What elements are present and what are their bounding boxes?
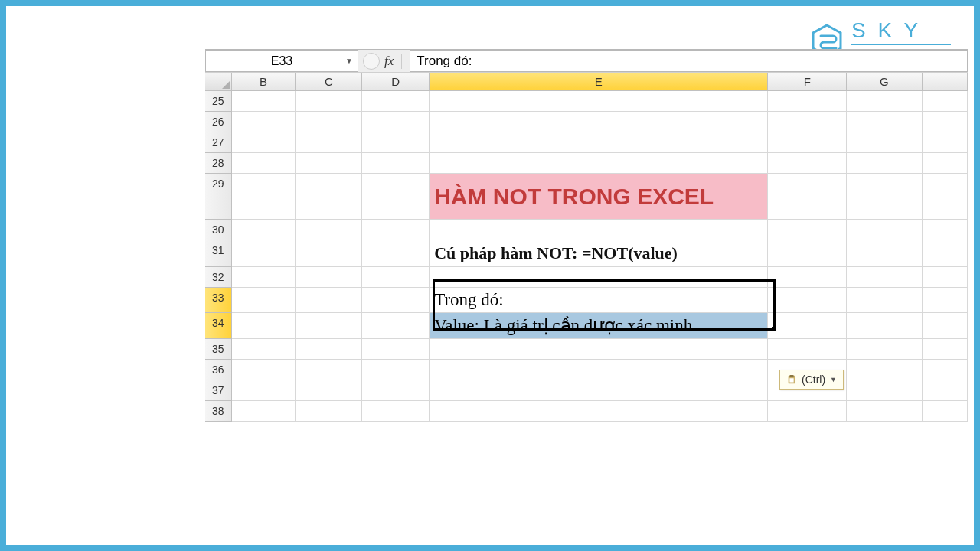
row-header-29[interactable]: 29 [205,174,232,220]
cell-F35[interactable] [768,339,847,360]
cell-C33[interactable] [296,288,362,313]
cell-B38[interactable] [232,401,296,422]
col-header-D[interactable]: D [362,73,430,90]
cell-34[interactable] [923,313,968,339]
col-header-extra[interactable] [923,73,968,90]
cell-F34[interactable] [768,313,847,339]
cell-E32[interactable] [430,267,768,288]
paste-options-button[interactable]: (Ctrl) ▼ [779,370,844,390]
cell-38[interactable] [923,401,968,422]
cell-G28[interactable] [847,153,923,174]
row-header-28[interactable]: 28 [205,153,232,174]
cell-35[interactable] [923,339,968,360]
cell-36[interactable] [923,360,968,380]
cell-C30[interactable] [296,220,362,240]
cell-D25[interactable] [362,91,430,112]
cell-E25[interactable] [430,91,768,112]
cell-E37[interactable] [430,380,768,401]
cell-F33[interactable] [768,288,847,313]
cell-D38[interactable] [362,401,430,422]
cell-C25[interactable] [296,91,362,112]
cell-29[interactable] [923,174,968,220]
cell-32[interactable] [923,267,968,288]
name-box[interactable]: E33 ▼ [205,50,358,72]
fx-label[interactable]: fx [384,54,402,69]
cell-G29[interactable] [847,174,923,220]
row-header-27[interactable]: 27 [205,132,232,153]
cell-E28[interactable] [430,153,768,174]
cell-C29[interactable] [296,174,362,220]
cell-E34[interactable]: Value: Là giá trị cần được xác minh. [430,313,768,339]
cell-D37[interactable] [362,380,430,401]
row-header-37[interactable]: 37 [205,380,232,401]
select-all-corner[interactable] [205,73,232,90]
cell-G38[interactable] [847,401,923,422]
col-header-B[interactable]: B [232,73,296,90]
cell-G31[interactable] [847,240,923,267]
formula-input[interactable]: Trong đó: [410,50,968,72]
cell-D27[interactable] [362,132,430,153]
cell-D36[interactable] [362,360,430,380]
cell-B33[interactable] [232,288,296,313]
cell-F31[interactable] [768,240,847,267]
row-header-25[interactable]: 25 [205,91,232,112]
cell-G26[interactable] [847,112,923,132]
cell-E27[interactable] [430,132,768,153]
cell-G33[interactable] [847,288,923,313]
cell-G36[interactable] [847,360,923,380]
cell-28[interactable] [923,153,968,174]
cell-F28[interactable] [768,153,847,174]
cell-B37[interactable] [232,380,296,401]
cell-E31[interactable]: Cú pháp hàm NOT: =NOT(value) [430,240,768,267]
cell-G30[interactable] [847,220,923,240]
cell-B28[interactable] [232,153,296,174]
cell-E36[interactable] [430,360,768,380]
cell-G32[interactable] [847,267,923,288]
row-header-35[interactable]: 35 [205,339,232,360]
row-header-31[interactable]: 31 [205,240,232,267]
cell-F38[interactable] [768,401,847,422]
cell-D28[interactable] [362,153,430,174]
cell-G27[interactable] [847,132,923,153]
cell-E35[interactable] [430,339,768,360]
col-header-F[interactable]: F [768,73,847,90]
cell-27[interactable] [923,132,968,153]
cancel-icon[interactable] [363,53,380,70]
cell-31[interactable] [923,240,968,267]
cell-C28[interactable] [296,153,362,174]
row-header-38[interactable]: 38 [205,401,232,422]
row-header-36[interactable]: 36 [205,360,232,380]
cell-C34[interactable] [296,313,362,339]
cell-G25[interactable] [847,91,923,112]
cell-C26[interactable] [296,112,362,132]
cell-25[interactable] [923,91,968,112]
row-header-26[interactable]: 26 [205,112,232,132]
cell-D29[interactable] [362,174,430,220]
cell-D32[interactable] [362,267,430,288]
cell-C35[interactable] [296,339,362,360]
cell-B27[interactable] [232,132,296,153]
cell-D35[interactable] [362,339,430,360]
cell-D33[interactable] [362,288,430,313]
row-header-30[interactable]: 30 [205,220,232,240]
cell-F27[interactable] [768,132,847,153]
cell-37[interactable] [923,380,968,401]
col-header-G[interactable]: G [847,73,923,90]
cell-D26[interactable] [362,112,430,132]
cell-F29[interactable] [768,174,847,220]
cell-C36[interactable] [296,360,362,380]
cell-B25[interactable] [232,91,296,112]
cell-C32[interactable] [296,267,362,288]
cell-C37[interactable] [296,380,362,401]
cell-F32[interactable] [768,267,847,288]
cell-B29[interactable] [232,174,296,220]
chevron-down-icon[interactable]: ▼ [345,57,353,65]
cell-D30[interactable] [362,220,430,240]
cell-B30[interactable] [232,220,296,240]
cell-F30[interactable] [768,220,847,240]
row-header-34[interactable]: 34 [205,313,232,339]
row-header-32[interactable]: 32 [205,267,232,288]
cell-C38[interactable] [296,401,362,422]
cell-33[interactable] [923,288,968,313]
cell-D34[interactable] [362,313,430,339]
